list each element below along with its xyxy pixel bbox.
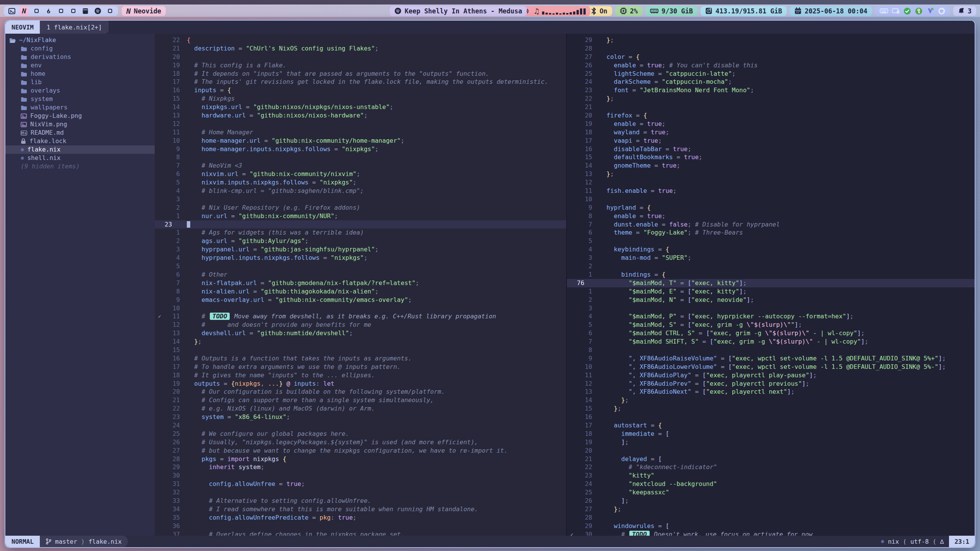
left-pane-line[interactable]: 31 config.allowUnfree = true; [155, 480, 566, 488]
right-pane-line[interactable]: 9 ", XF86AudioRaiseVolume" = ["exec, wpc… [567, 354, 975, 363]
tray-keyboard-icon[interactable] [880, 8, 888, 14]
right-pane-line[interactable]: 1 "$mainMod, E" = ["exec, kitty"]; [567, 287, 975, 296]
right-pane-line[interactable]: 26 ]; [567, 497, 975, 505]
left-pane-line[interactable]: 27 # but because we want to change the n… [155, 447, 566, 455]
right-pane-line[interactable]: 28 [567, 514, 975, 522]
right-pane-line[interactable]: 7 dunst.enable = false; # Disable for hy… [567, 220, 975, 229]
code-pane-right[interactable]: 29 };2827 color = {26 enable = true; # Y… [567, 34, 975, 536]
clock-widget[interactable]: 2025-06-18 00:04 [790, 6, 872, 16]
left-pane-line[interactable]: 37 # Overlays define changes in the nixp… [155, 530, 566, 536]
right-pane-line[interactable]: 18 immediate = [ [567, 430, 975, 438]
left-pane-line[interactable]: 11 # Home Manager [155, 128, 566, 137]
right-pane-line[interactable]: 10 ", XF86AudioLowerVolume" = ["exec, wp… [567, 363, 975, 371]
right-pane-line[interactable]: 17 autostart = { [567, 421, 975, 430]
left-pane-line[interactable]: ✓11 # TODO Move away from devshell, as i… [155, 312, 566, 321]
left-pane-line[interactable]: 35 config.allowUnfreePredicate = pkg: tr… [155, 514, 566, 522]
workspace-2-neovim[interactable]: N [19, 6, 29, 16]
right-pane-line[interactable]: 24 "nextcloud --background" [567, 480, 975, 488]
right-pane-line[interactable]: 3 [567, 304, 975, 313]
tree-item-shell-nix[interactable]: ❄shell.nix [5, 154, 155, 162]
right-pane-line[interactable]: 9 hyprland = { [567, 204, 975, 212]
tree-item-nixvim-png[interactable]: NixVim.png [5, 120, 155, 129]
right-pane-line[interactable]: 19 ]; [567, 438, 975, 447]
tree-item-system[interactable]: system [5, 95, 155, 103]
left-pane-line[interactable]: 23 system = "x86_64-linux"; [155, 413, 566, 421]
right-pane-line[interactable]: 3 main-mod = "SUPER"; [567, 254, 975, 262]
right-pane-line[interactable]: 4 "$mainMod, P" = ["exec, hyprpicker --a… [567, 312, 975, 321]
memory-widget[interactable]: 9/30 GiB [645, 6, 697, 16]
right-pane-line[interactable]: 2 "$mainMod, N" = ["exec, neovide"]; [567, 296, 975, 304]
tree-item-foggy-lake-png[interactable]: Foggy-Lake.png [5, 112, 155, 120]
right-pane-line[interactable]: 7 "$mainMod SHIFT, S" = ["exec, grim -g … [567, 337, 975, 346]
right-pane-line[interactable]: 11 fish.enable = true; [567, 187, 975, 195]
left-pane-line[interactable]: 20 # Our configuration is buildable on t… [155, 388, 566, 396]
disk-widget[interactable]: 413.19/915.81 GiB [701, 6, 787, 16]
tray-screenshot-icon[interactable] [892, 8, 900, 14]
left-pane-line[interactable]: 5 nixvim.inputs.nixpkgs.follows = "nixpk… [155, 178, 566, 187]
left-pane-line[interactable]: 17 # To handle extra arguments we use th… [155, 363, 566, 371]
left-pane-line[interactable]: 12 # and doesn't provide any benefits fo… [155, 321, 566, 329]
workspace-8-spotify[interactable] [93, 6, 103, 16]
right-pane-line[interactable]: 8 [567, 346, 975, 354]
left-pane-line[interactable]: 10 [155, 304, 566, 313]
tree-item-readme-md[interactable]: README.md [5, 129, 155, 137]
right-pane-line[interactable]: 8 enable = true; [567, 212, 975, 220]
code-pane-left[interactable]: 22{21 description = "ChUrl's NixOS confi… [155, 34, 566, 536]
workspace-4-flame[interactable] [44, 6, 54, 16]
right-pane-line[interactable]: 14 gnomeTheme = true; [567, 161, 975, 170]
left-pane-line[interactable]: 6 nixvim.url = "github:nix-community/nix… [155, 170, 566, 178]
left-pane-line[interactable]: 8 nix-alien.url = "github:thiagokokada/n… [155, 287, 566, 296]
right-pane-line[interactable]: 29 windowrules = [ [567, 522, 975, 530]
right-pane-line[interactable]: 13 ", XF86AudioNext" = ["exec, playerctl… [567, 388, 975, 396]
left-pane-line[interactable]: 19 # This config is a Flake. [155, 61, 566, 70]
right-pane-line[interactable]: 17 vaapi = true; [567, 137, 975, 145]
left-pane-line[interactable]: 10 home-manager.url = "github:nix-commun… [155, 137, 566, 145]
left-pane-line[interactable]: 36 [155, 522, 566, 530]
workspace-5-empty[interactable] [56, 6, 66, 16]
right-pane-line[interactable]: 23 font = "JetBrainsMono Nerd Font Mono"… [567, 86, 975, 95]
right-pane-line[interactable]: 22 # "kdeconnect-indicator" [567, 463, 975, 471]
left-pane-line[interactable]: 7 nix-flatpak.url = "github:gmodena/nix-… [155, 279, 566, 287]
right-pane-line[interactable]: 12 [567, 178, 975, 187]
right-pane-line[interactable]: 23 "kitty" [567, 471, 975, 480]
left-pane-line[interactable]: 20 [155, 53, 566, 61]
right-pane-line[interactable]: 76 "$mainMod, T" = ["exec, kitty"]; [567, 279, 975, 287]
right-pane-line[interactable]: 22 }; [567, 95, 975, 103]
right-pane-line[interactable]: 20 firefox = { [567, 111, 975, 120]
tree-item-env[interactable]: env [5, 61, 155, 70]
right-pane-line[interactable]: 27 }; [567, 505, 975, 514]
right-pane-line[interactable]: 16 disableTabBar = true; [567, 145, 975, 153]
left-pane-line[interactable]: 22{ [155, 36, 566, 44]
right-pane-line[interactable]: 25 lightScheme = "catppuccin-latte"; [567, 70, 975, 78]
tray-check-circle-icon[interactable] [903, 7, 911, 15]
tab-flake-nix[interactable]: 1 flake.nix[2+] [40, 21, 109, 34]
left-pane-line[interactable]: 3 [155, 195, 566, 204]
left-pane-line[interactable]: 4 # blink-cmp.url = "github:saghen/blink… [155, 187, 566, 195]
right-pane-line[interactable]: 15 }; [567, 404, 975, 413]
right-pane-line[interactable]: 10 [567, 195, 975, 204]
left-pane-line[interactable]: 34 # I read somewhere that this is more … [155, 505, 566, 514]
visualizer-widget[interactable]: ♫ [530, 6, 590, 16]
left-pane-line[interactable]: 33 # Alternative to setting config.allow… [155, 497, 566, 505]
left-pane-line[interactable]: 9 emacs-overlay.url = "github:nix-commun… [155, 296, 566, 304]
left-pane-line[interactable]: 2 # Nix User Repository (e.g. Firefox ad… [155, 204, 566, 212]
workspace-6-empty[interactable] [68, 6, 78, 16]
right-pane-line[interactable]: 6 theme = "Foggy-Lake"; # Three-Bears [567, 228, 975, 237]
left-pane-line[interactable]: 16 inputs = { [155, 86, 566, 95]
left-pane-line[interactable]: 14 }; [155, 337, 566, 346]
right-pane-line[interactable]: 5 "$mainMod, S" = ["exec, grim -g \"$(sl… [567, 321, 975, 329]
left-pane-line[interactable]: 1 # Ags for widgets (this was a terrible… [155, 228, 566, 237]
left-pane-line[interactable]: 19 outputs = {nixpkgs, ...} @ inputs: le… [155, 380, 566, 388]
right-pane-line[interactable]: 18 wayland = true; [567, 128, 975, 137]
left-pane-line[interactable]: 3 hyprpanel.url = "github:jas-singhfsu/h… [155, 245, 566, 254]
right-pane-line[interactable]: 25 "keepassxc" [567, 488, 975, 497]
workspace-3-empty[interactable] [31, 6, 41, 16]
right-pane-line[interactable]: 15 defaultBookmarks = true; [567, 153, 975, 161]
tray-spotify-icon[interactable] [938, 7, 946, 15]
right-pane-line[interactable]: 6 "$mainMod CTRL, S" = ["exec, grim -g \… [567, 329, 975, 337]
tray-key-icon[interactable] [915, 7, 923, 15]
neovide-app-button[interactable]: N Neovide [122, 6, 166, 16]
left-pane-line[interactable]: 7 # NeoVim <3 [155, 161, 566, 170]
tree-item-flake-lock[interactable]: flake.lock [5, 137, 155, 145]
right-pane-line[interactable]: 5 [567, 237, 975, 245]
